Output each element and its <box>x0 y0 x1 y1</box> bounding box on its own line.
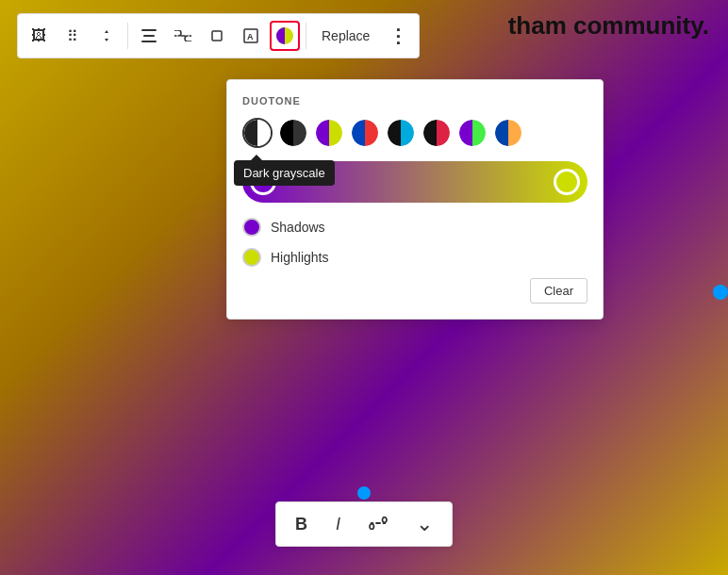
swatch-row <box>242 118 587 148</box>
clear-button[interactable]: Clear <box>530 278 587 304</box>
link-icon[interactable] <box>168 21 198 51</box>
link-button[interactable] <box>363 511 393 538</box>
swatch-black-red[interactable] <box>422 118 452 148</box>
highlights-row: Highlights <box>242 248 587 267</box>
drag-icon[interactable]: ⠿ <box>58 21 88 51</box>
svg-text:A: A <box>247 32 254 41</box>
highlights-label: Highlights <box>271 250 328 265</box>
bold-button[interactable]: B <box>290 511 313 538</box>
divider-2 <box>306 23 306 49</box>
duotone-icon[interactable] <box>270 21 300 51</box>
highlights-dot[interactable] <box>242 248 261 267</box>
swatch-black-black[interactable] <box>278 118 308 148</box>
crop-icon[interactable] <box>202 21 232 51</box>
svg-rect-1 <box>143 35 155 37</box>
more-options-icon[interactable]: ⋮ <box>383 21 413 51</box>
duotone-title: DUOTONE <box>242 95 587 107</box>
svg-rect-0 <box>141 29 157 31</box>
image-icon[interactable]: 🖼 <box>24 21 54 51</box>
chevron-down-button[interactable]: ⌄ <box>410 508 438 540</box>
community-text: tham community. <box>508 11 709 41</box>
swatch-purple-yellow[interactable] <box>314 118 344 148</box>
svg-rect-2 <box>141 41 157 42</box>
swatch-purple-green[interactable] <box>457 118 488 148</box>
highlight-slider-handle[interactable] <box>554 169 580 195</box>
shadows-row: Shadows <box>242 218 587 237</box>
align-icon[interactable] <box>134 21 164 51</box>
duotone-panel: DUOTONE <box>226 79 604 320</box>
replace-button[interactable]: Replace <box>312 25 379 47</box>
move-icon[interactable] <box>91 21 122 51</box>
resize-handle-bottom[interactable] <box>357 486 371 500</box>
swatch-dark-grayscale[interactable] <box>242 118 273 148</box>
swatch-black-cyan[interactable] <box>386 118 416 148</box>
tooltip: Dark grayscale <box>234 160 335 186</box>
svg-rect-3 <box>212 31 222 41</box>
shadows-label: Shadows <box>271 220 325 235</box>
image-toolbar: 🖼 ⠿ A Replace ⋮ <box>17 13 420 58</box>
text-overlay-icon[interactable]: A <box>236 21 266 51</box>
text-toolbar: B I ⌄ <box>275 501 453 547</box>
divider-1 <box>127 23 128 49</box>
swatch-blue-red[interactable] <box>350 118 380 148</box>
shadows-dot[interactable] <box>242 218 261 237</box>
italic-button[interactable]: I <box>330 511 346 538</box>
resize-handle-right[interactable] <box>713 285 728 300</box>
swatch-blue-orange[interactable] <box>493 118 523 148</box>
